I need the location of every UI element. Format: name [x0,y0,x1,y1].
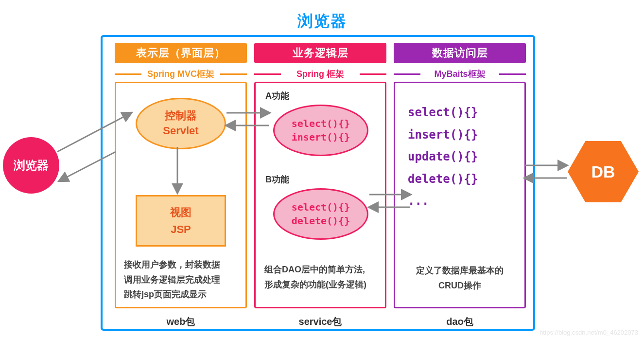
dao-method-delete: delete(){} [408,168,478,191]
controller-node: 控制器 Servlet [136,98,226,149]
browser-node: 浏览器 [3,137,59,194]
presentation-layer-framework: Spring MVC框架 [115,68,247,78]
dao-layer-framework: MyBaits框架 [394,68,526,78]
dao-layer-desc: 定义了数据库最基本的 CRUD操作 [404,263,516,293]
view-tech: JSP [171,221,191,238]
db-label: DB [591,162,615,181]
presentation-layer-column: 表示层（界面层） Spring MVC框架 控制器 Servlet 视图 JSP… [115,43,247,328]
db-hex-shape: DB [568,141,639,202]
dao-desc-line2: CRUD操作 [404,278,516,293]
pres-desc-line1: 接收用户参数，封装数据 [124,257,238,272]
presentation-layer-body: 控制器 Servlet 视图 JSP 接收用户参数，封装数据 调用业务逻辑层完成… [115,82,247,308]
func-b-method1: select(){} [292,200,350,214]
func-a-node: select(){} insert(){} [273,105,368,156]
func-b-node: select(){} delete(){} [273,188,368,240]
db-node: DB [568,141,639,202]
browser-label: 浏览器 [14,158,49,173]
dao-layer-title: 数据访问层 [394,43,526,63]
business-layer-column: 业务逻辑层 Spring 框架 A功能 select(){} insert(){… [254,43,386,328]
biz-desc-line1: 组合DAO层中的简单方法, [264,262,378,277]
business-layer-desc: 组合DAO层中的简单方法, 形成复杂的功能(业务逻辑) [264,262,378,292]
dao-layer-package: dao包 [394,315,526,328]
presentation-layer-title: 表示层（界面层） [115,43,247,63]
dao-method-insert: insert(){} [408,124,478,146]
pres-desc-line2: 调用业务逻辑层完成处理 [124,272,238,287]
browser-container: 表示层（界面层） Spring MVC框架 控制器 Servlet 视图 JSP… [101,35,535,331]
dao-layer-body: select(){} insert(){} update(){} delete(… [394,82,526,308]
func-b-label: B功能 [265,174,289,185]
business-layer-package: service包 [254,315,386,328]
business-layer-framework: Spring 框架 [254,68,386,78]
dao-desc-line1: 定义了数据库最基本的 [404,263,516,278]
dao-methods-list: select(){} insert(){} update(){} delete(… [408,102,478,213]
func-a-method2: insert(){} [292,130,350,144]
controller-label: 控制器 [165,108,197,124]
diagram-title: 浏览器 [0,11,644,32]
func-b-method2: delete(){} [292,214,350,228]
business-layer-body: A功能 select(){} insert(){} B功能 select(){}… [254,82,386,308]
dao-method-update: update(){} [408,146,478,168]
biz-desc-line2: 形成复杂的功能(业务逻辑) [264,277,378,292]
presentation-layer-package: web包 [115,315,247,328]
view-label: 视图 [170,204,191,221]
watermark: https://blog.csdn.net/m0_46202073 [540,329,638,336]
presentation-layer-desc: 接收用户参数，封装数据 调用业务逻辑层完成处理 跳转jsp页面完成显示 [124,257,238,302]
view-node: 视图 JSP [136,195,226,247]
dao-method-more: ... [408,190,478,213]
dao-layer-column: 数据访问层 MyBaits框架 select(){} insert(){} up… [394,43,526,328]
func-a-label: A功能 [265,90,289,102]
pres-desc-line3: 跳转jsp页面完成显示 [124,287,238,302]
func-a-method1: select(){} [292,117,350,130]
controller-tech: Servlet [163,124,198,139]
business-layer-title: 业务逻辑层 [254,43,386,63]
dao-method-select: select(){} [408,102,478,124]
